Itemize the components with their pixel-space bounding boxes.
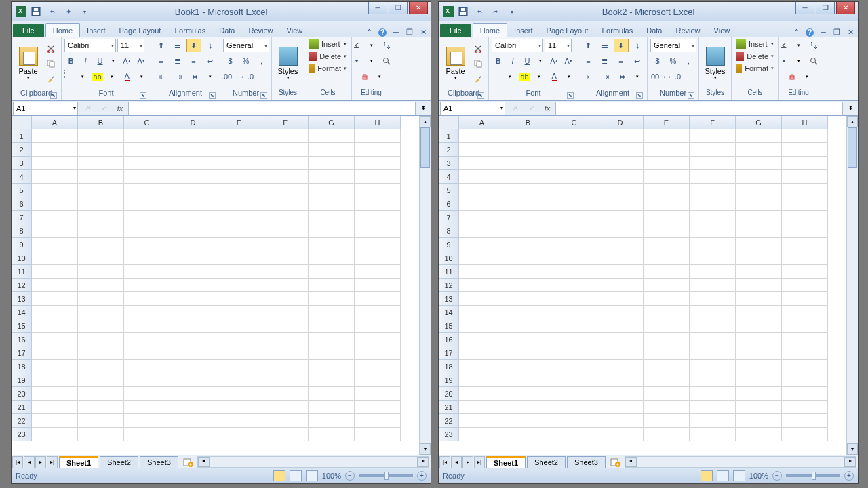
- cell[interactable]: [459, 265, 505, 279]
- row-header-17[interactable]: 17: [12, 346, 32, 360]
- vertical-scrollbar[interactable]: ▴ ▾: [846, 116, 858, 455]
- tab-review[interactable]: Review: [669, 24, 707, 37]
- cell[interactable]: [124, 143, 170, 157]
- increase-decimal-button[interactable]: .00→: [223, 70, 238, 83]
- cell[interactable]: [170, 129, 216, 143]
- cell[interactable]: [459, 224, 505, 238]
- cell[interactable]: [216, 197, 262, 211]
- wrap-text-button[interactable]: ↩: [203, 54, 218, 68]
- excel-app-icon[interactable]: [443, 6, 454, 17]
- cell[interactable]: [355, 401, 401, 414]
- column-header-d[interactable]: D: [597, 116, 644, 129]
- zoom-in-button[interactable]: +: [417, 471, 427, 481]
- cell[interactable]: [551, 319, 597, 333]
- cell[interactable]: [124, 224, 170, 238]
- cell[interactable]: [216, 306, 262, 319]
- cell[interactable]: [551, 373, 597, 387]
- insert-cells-button[interactable]: Insert▾: [307, 39, 349, 49]
- cell[interactable]: [459, 292, 505, 306]
- cell[interactable]: [459, 238, 505, 251]
- cell[interactable]: [124, 251, 170, 265]
- alignment-launcher[interactable]: ⬊: [636, 92, 643, 99]
- cell[interactable]: [216, 238, 262, 251]
- ribbon-minimize-icon[interactable]: ⌃: [791, 28, 801, 37]
- cell[interactable]: [459, 414, 505, 428]
- cell[interactable]: [597, 184, 644, 197]
- font-color-dropdown[interactable]: ▾: [563, 70, 575, 83]
- cell[interactable]: [78, 197, 124, 211]
- align-top-button[interactable]: ⬆: [581, 39, 596, 52]
- cell[interactable]: [124, 333, 170, 346]
- cell[interactable]: [505, 238, 551, 251]
- row-header-13[interactable]: 13: [439, 292, 459, 306]
- underline-dropdown[interactable]: ▾: [535, 54, 546, 68]
- cell[interactable]: [124, 157, 170, 170]
- cell[interactable]: [309, 346, 355, 360]
- cell[interactable]: [32, 157, 78, 170]
- cell[interactable]: [597, 157, 644, 170]
- cell[interactable]: [782, 373, 828, 387]
- cell[interactable]: [124, 387, 170, 401]
- cell[interactable]: [736, 143, 782, 157]
- cell[interactable]: [216, 346, 262, 360]
- close-button[interactable]: ✕: [836, 2, 855, 14]
- row-header-15[interactable]: 15: [439, 319, 459, 333]
- cell[interactable]: [736, 197, 782, 211]
- cell[interactable]: [644, 251, 690, 265]
- autosum-dropdown[interactable]: ▾: [793, 39, 805, 52]
- row-header-3[interactable]: 3: [439, 157, 459, 170]
- fx-button[interactable]: fx: [112, 102, 128, 115]
- row-header-1[interactable]: 1: [12, 129, 32, 143]
- cell[interactable]: [170, 251, 216, 265]
- cell[interactable]: [782, 265, 828, 279]
- font-name-combo[interactable]: Calibri▾: [64, 39, 116, 52]
- cell[interactable]: [78, 211, 124, 224]
- increase-decimal-button[interactable]: .00→: [650, 70, 665, 83]
- cell[interactable]: [690, 292, 736, 306]
- cell[interactable]: [124, 346, 170, 360]
- next-sheet-button[interactable]: ▸: [462, 456, 473, 468]
- cell[interactable]: [690, 184, 736, 197]
- cell[interactable]: [355, 387, 401, 401]
- styles-button[interactable]: Styles▾: [275, 42, 301, 85]
- cell[interactable]: [551, 401, 597, 414]
- workbook-restore[interactable]: ❐: [405, 28, 414, 37]
- cell[interactable]: [644, 265, 690, 279]
- cell[interactable]: [505, 292, 551, 306]
- decrease-indent-button[interactable]: ⇤: [583, 70, 597, 83]
- cell[interactable]: [690, 170, 736, 184]
- autosum-button[interactable]: [776, 39, 791, 52]
- cell[interactable]: [32, 401, 78, 414]
- cell[interactable]: [736, 224, 782, 238]
- new-sheet-button[interactable]: [181, 457, 196, 468]
- cancel-formula-icon[interactable]: ✕: [79, 102, 96, 115]
- cell[interactable]: [309, 197, 355, 211]
- cell[interactable]: [690, 143, 736, 157]
- minimize-button[interactable]: ─: [795, 2, 814, 14]
- cell[interactable]: [355, 170, 401, 184]
- cell[interactable]: [78, 306, 124, 319]
- cell[interactable]: [216, 401, 262, 414]
- clear-button[interactable]: [357, 70, 372, 83]
- cell[interactable]: [597, 292, 644, 306]
- cell[interactable]: [170, 306, 216, 319]
- cell[interactable]: [78, 251, 124, 265]
- cell[interactable]: [736, 414, 782, 428]
- cell[interactable]: [355, 414, 401, 428]
- row-header-5[interactable]: 5: [439, 184, 459, 197]
- cell[interactable]: [782, 279, 828, 292]
- cell[interactable]: [309, 279, 355, 292]
- borders-button[interactable]: [64, 70, 75, 79]
- cell[interactable]: [551, 238, 597, 251]
- column-header-a[interactable]: A: [32, 116, 78, 129]
- underline-dropdown[interactable]: ▾: [108, 54, 119, 68]
- row-header-20[interactable]: 20: [439, 387, 459, 401]
- cell[interactable]: [309, 170, 355, 184]
- cell[interactable]: [736, 129, 782, 143]
- font-color-button[interactable]: A: [547, 70, 561, 83]
- cell[interactable]: [551, 170, 597, 184]
- cell[interactable]: [690, 197, 736, 211]
- font-color-button[interactable]: A: [119, 70, 134, 83]
- cell[interactable]: [690, 129, 736, 143]
- cell[interactable]: [505, 306, 551, 319]
